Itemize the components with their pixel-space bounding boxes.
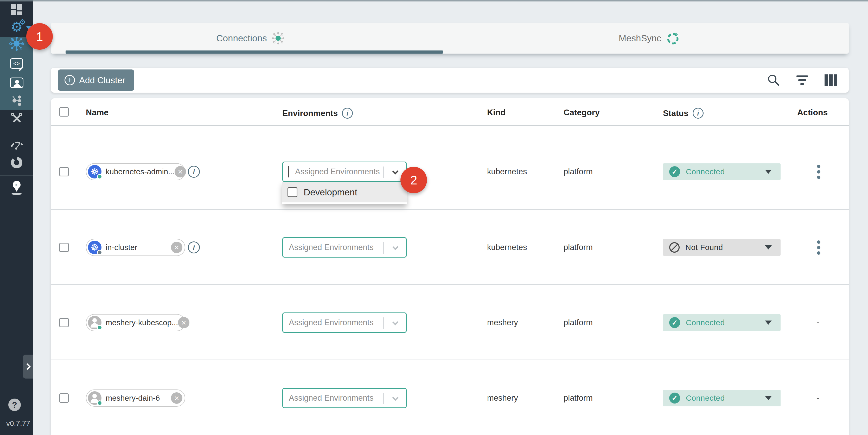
sidebar-item-dashboard[interactable] xyxy=(0,1,33,19)
row-actions-menu-button[interactable] xyxy=(813,164,824,180)
status-label: Not Found xyxy=(685,243,723,252)
user-avatar-icon xyxy=(88,316,101,330)
select-divider xyxy=(383,166,383,178)
text-cursor xyxy=(288,166,289,178)
connection-info-button[interactable]: i xyxy=(188,242,200,253)
environments-select[interactable]: Assigned Environments xyxy=(282,161,407,182)
row-checkbox[interactable] xyxy=(59,393,69,403)
column-actions: Actions xyxy=(797,108,828,117)
tab-meshsync-label: MeshSync xyxy=(619,33,661,43)
sidebar-item-location[interactable] xyxy=(0,179,33,197)
environments-select[interactable]: Assigned Environments xyxy=(282,237,407,257)
meshery-connections-page: ⚙ ⚙ <> xyxy=(0,0,868,435)
connection-chip[interactable]: meshery-kubescop... × xyxy=(86,314,185,331)
option-checkbox[interactable] xyxy=(287,187,298,197)
view-columns-icon xyxy=(825,74,837,86)
column-status[interactable]: Status i xyxy=(663,108,704,119)
user-screen-icon xyxy=(10,77,23,88)
close-icon: × xyxy=(178,167,183,177)
sidebar-expand-button[interactable] xyxy=(23,354,33,378)
status-dropdown[interactable]: ✓ Connected xyxy=(663,314,781,331)
sidebar-divider xyxy=(0,200,33,200)
environments-menu-option[interactable]: Development xyxy=(282,182,407,204)
connection-chip[interactable]: meshery-dain-6 × xyxy=(86,390,185,407)
info-icon[interactable]: i xyxy=(693,108,704,119)
remove-connection-button[interactable]: × xyxy=(175,166,186,178)
sidebar-item-catalog[interactable] xyxy=(0,154,33,172)
status-label: Connected xyxy=(686,394,725,402)
tab-connections-label: Connections xyxy=(216,33,267,43)
option-label: Development xyxy=(304,187,357,197)
select-divider xyxy=(383,242,383,254)
help-button[interactable]: ? xyxy=(8,399,21,411)
kind-cell: kubernetes xyxy=(487,167,527,177)
column-environments[interactable]: Environments i xyxy=(282,108,353,119)
status-dropdown[interactable]: ✓ Connected xyxy=(663,390,781,406)
sidebar-item-toolkit[interactable] xyxy=(0,109,33,127)
row-checkbox[interactable] xyxy=(59,243,69,252)
chevron-down-icon[interactable] xyxy=(392,395,398,401)
mesh-icon xyxy=(272,32,285,45)
remove-connection-button[interactable]: × xyxy=(178,317,189,328)
environments-placeholder: Assigned Environments xyxy=(289,243,374,252)
status-label: Connected xyxy=(686,167,725,176)
environments-select[interactable]: Assigned Environments xyxy=(282,312,407,333)
remove-connection-button[interactable]: × xyxy=(171,392,182,404)
sidebar-item-performance[interactable] xyxy=(0,74,33,92)
annotation-step-2: 2 xyxy=(400,167,427,193)
no-actions-placeholder: - xyxy=(816,393,819,402)
chevron-down-icon[interactable] xyxy=(392,168,398,174)
category-cell: platform xyxy=(564,393,593,403)
filter-button[interactable] xyxy=(795,72,810,88)
connection-chip[interactable]: ☸ in-cluster × xyxy=(86,239,185,256)
remove-connection-button[interactable]: × xyxy=(171,242,182,253)
kubernetes-logo-icon: ☸ xyxy=(88,241,101,254)
close-icon: × xyxy=(174,393,179,403)
annotation-step-1: 1 xyxy=(26,23,53,50)
column-kind[interactable]: Kind xyxy=(487,108,505,117)
environments-placeholder: Assigned Environments xyxy=(289,318,374,327)
mesh-connections-icon xyxy=(9,36,24,51)
view-columns-button[interactable] xyxy=(823,72,838,88)
select-divider xyxy=(383,393,383,404)
row-checkbox[interactable] xyxy=(59,167,69,177)
caret-down-icon xyxy=(765,245,772,249)
sidebar-divider xyxy=(0,175,33,176)
close-icon: × xyxy=(174,243,179,252)
category-cell: platform xyxy=(564,167,593,177)
table-row: ☸ kubernetes-admin... × i Assigned Envir… xyxy=(51,126,849,210)
chevron-down-icon[interactable] xyxy=(392,244,398,250)
caret-down-icon xyxy=(765,169,772,174)
sidebar-item-designs[interactable] xyxy=(0,92,33,110)
check-circle-icon: ✓ xyxy=(669,317,680,328)
status-dropdown[interactable]: ✓ Connected xyxy=(663,163,781,180)
row-actions-menu-button[interactable] xyxy=(813,240,824,255)
pipeline-fork-icon xyxy=(10,94,23,107)
toolbar-icons xyxy=(766,72,838,88)
sidebar-item-metrics[interactable] xyxy=(0,135,33,154)
settings-gears-icon: ⚙ ⚙ xyxy=(11,20,23,34)
chevron-down-icon[interactable] xyxy=(392,319,398,325)
presence-dot xyxy=(97,325,102,330)
environments-select[interactable]: Assigned Environments xyxy=(282,388,407,408)
no-actions-placeholder: - xyxy=(816,317,819,327)
connection-info-button[interactable]: i xyxy=(188,166,200,178)
environments-placeholder: Assigned Environments xyxy=(289,393,374,403)
status-dropdown[interactable]: Not Found xyxy=(663,239,781,256)
tab-connections[interactable]: Connections xyxy=(51,23,450,54)
connection-chip[interactable]: ☸ kubernetes-admin... × xyxy=(86,163,185,180)
select-all-checkbox[interactable] xyxy=(59,107,69,117)
row-checkbox[interactable] xyxy=(59,318,69,327)
connections-table: Name Environments i Kind Category Status… xyxy=(51,98,849,435)
tab-meshsync[interactable]: MeshSync xyxy=(450,23,849,54)
active-tab-indicator xyxy=(66,51,443,54)
column-category[interactable]: Category xyxy=(564,108,600,117)
category-cell: platform xyxy=(564,318,593,327)
info-icon[interactable]: i xyxy=(342,108,353,119)
sidebar-item-configuration[interactable]: <> xyxy=(0,54,33,72)
kind-cell: meshery xyxy=(487,318,518,327)
crossed-tools-icon xyxy=(10,112,23,125)
add-cluster-button[interactable]: + Add Cluster xyxy=(58,69,134,91)
search-button[interactable] xyxy=(766,72,781,88)
column-name[interactable]: Name xyxy=(86,108,108,117)
